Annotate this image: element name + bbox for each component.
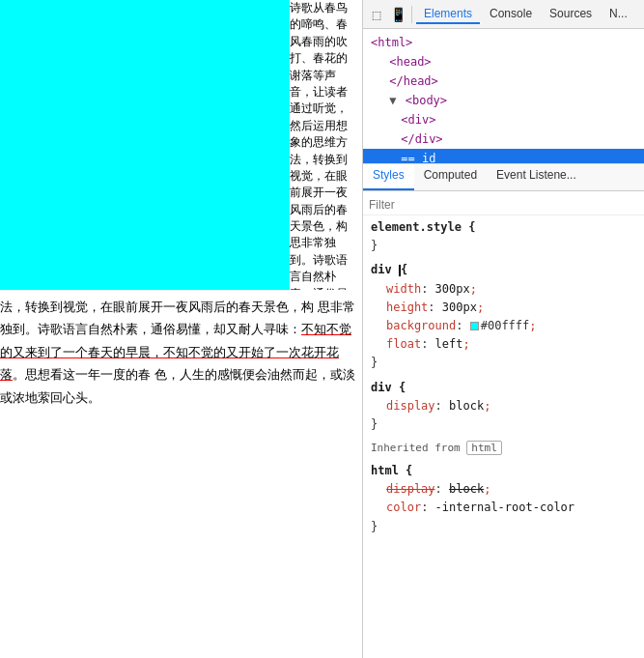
div-selector-2: div { xyxy=(371,381,406,394)
styles-panel: element.style { } div { width: 300px; he… xyxy=(363,191,644,658)
column-text: 诗歌从春鸟的啼鸣、春风春雨的吹打、春花的谢落等声音，让读者通过听觉，然后运用想象… xyxy=(290,1,348,290)
cyan-box xyxy=(0,0,290,290)
tab-console[interactable]: Console xyxy=(482,5,540,24)
prop-display: display: block; xyxy=(371,397,636,415)
dom-line-div-close[interactable]: </div> xyxy=(363,129,644,149)
filter-input[interactable] xyxy=(369,198,638,212)
inherited-tag[interactable]: html xyxy=(466,441,502,455)
bottom-text-end: 。思想看这一年一度的春 色，人生的感慨便会油然而起，或淡或浓地萦回心头。 xyxy=(0,367,355,404)
dom-line-html[interactable]: <html> xyxy=(363,33,644,52)
bottom-text: 法，转换到视觉，在眼前展开一夜风雨后的春天景色，构 思非常独到。诗歌语言自然朴素… xyxy=(0,290,362,409)
element-style-close: } xyxy=(371,239,378,252)
devtools-top-tabs: ⬚ 📱 Elements Console Sources N... xyxy=(363,0,644,29)
prop-background: background: #00ffff; xyxy=(371,317,636,335)
dom-panel: <html> <head> </head> ▼ <body> <div> </d… xyxy=(363,29,644,164)
text-column: 诗歌从春鸟的啼鸣、春风春雨的吹打、春花的谢落等声音，让读者通过听觉，然后运用想象… xyxy=(290,0,355,290)
div-rule-2: div { display: block; } xyxy=(363,376,644,438)
tab-event-listeners[interactable]: Event Listene... xyxy=(487,164,586,190)
color-swatch[interactable] xyxy=(470,322,479,330)
html-rule: html { display: block; color: -internal-… xyxy=(363,459,644,539)
tab-elements[interactable]: Elements xyxy=(416,5,480,24)
tab-network[interactable]: N... xyxy=(602,5,635,24)
prop-float: float: left; xyxy=(371,335,636,354)
prop-width: width: 300px; xyxy=(371,280,636,299)
div-rule-1-close: } xyxy=(371,356,378,369)
dom-line-div[interactable]: <div> xyxy=(363,110,644,129)
inherited-label: Inherited from xyxy=(371,442,461,454)
prop-html-display: display: block; xyxy=(371,480,636,499)
prop-height: height: 300px; xyxy=(371,299,636,317)
inherited-header: Inherited from html xyxy=(363,437,644,459)
cursor xyxy=(399,265,401,276)
dom-special-text: == id xyxy=(401,152,435,164)
dom-line-body[interactable]: ▼ <body> xyxy=(363,91,644,110)
element-style-rule: element.style { } xyxy=(363,215,644,258)
div-rule-2-close: } xyxy=(371,417,378,431)
devtools-inner-tabs: Styles Computed Event Listene... xyxy=(363,164,644,191)
devtools-panel: ⬚ 📱 Elements Console Sources N... <html>… xyxy=(362,0,644,658)
dom-line-head[interactable]: <head> xyxy=(363,52,644,72)
div-rule-1: div { width: 300px; height: 300px; backg… xyxy=(363,258,644,375)
inspect-icon[interactable]: ⬚ xyxy=(367,5,386,24)
html-rule-close: } xyxy=(371,520,378,533)
tab-computed[interactable]: Computed xyxy=(414,164,487,190)
div-selector-1: div { xyxy=(371,263,407,276)
left-content: 诗歌从春鸟的啼鸣、春风春雨的吹打、春花的谢落等声音，让读者通过听觉，然后运用想象… xyxy=(0,0,362,658)
dom-line-head-close[interactable]: </head> xyxy=(363,72,644,91)
device-icon[interactable]: 📱 xyxy=(388,5,407,24)
tab-styles[interactable]: Styles xyxy=(363,164,414,190)
filter-bar xyxy=(363,195,644,215)
prop-html-color: color: -internal-root-color xyxy=(371,499,636,517)
element-style-selector: element.style { xyxy=(371,220,475,234)
tab-sources[interactable]: Sources xyxy=(542,5,600,24)
tab-separator xyxy=(411,6,412,23)
html-selector: html { xyxy=(371,464,412,477)
dom-line-selected[interactable]: == id xyxy=(363,149,644,164)
